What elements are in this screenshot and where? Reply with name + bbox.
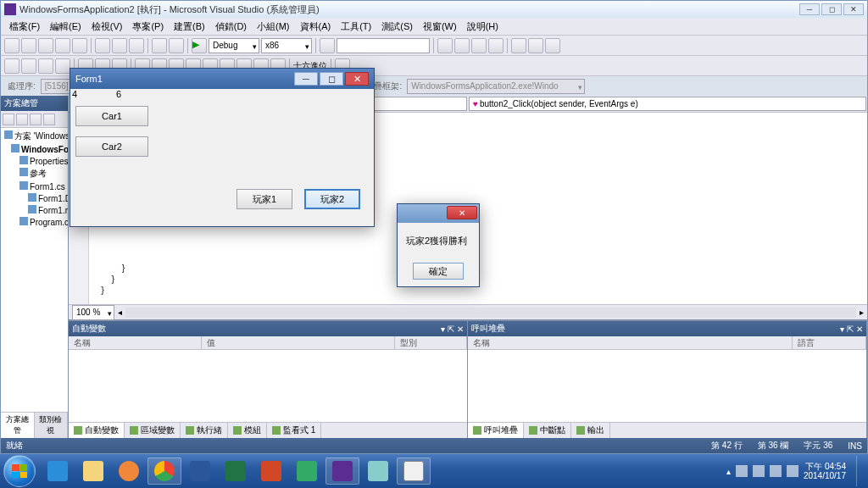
minimize-button[interactable]: ─: [799, 3, 820, 15]
messagebox-ok-button[interactable]: 確定: [413, 263, 464, 280]
tb-btn-b[interactable]: [454, 38, 470, 53]
find-button[interactable]: [320, 38, 335, 53]
menu-build[interactable]: 建置(B): [169, 19, 210, 35]
menu-team[interactable]: 小組(M): [252, 19, 295, 35]
tray-volume-icon[interactable]: [787, 465, 798, 477]
config-combo[interactable]: Debug: [209, 38, 259, 53]
tray-icon-1[interactable]: [736, 465, 748, 477]
menu-file[interactable]: 檔案(F): [4, 19, 45, 35]
task-paint[interactable]: [361, 458, 395, 485]
form1-maximize[interactable]: ◻: [320, 72, 343, 86]
solexp-tb4[interactable]: [43, 114, 55, 125]
form1-close[interactable]: ✕: [345, 72, 369, 86]
menu-project[interactable]: 專案(P): [127, 19, 169, 35]
solexp-tb1[interactable]: [3, 114, 14, 125]
task-word[interactable]: [183, 458, 217, 485]
close-button[interactable]: ✕: [843, 3, 864, 15]
autos-pin-icon[interactable]: ▾ ⇱ ✕: [441, 324, 464, 334]
cut-button[interactable]: [95, 38, 110, 53]
stop-button[interactable]: [38, 58, 53, 74]
save-button[interactable]: [55, 38, 70, 53]
member-combo[interactable]: ♥button2_Click(object sender, EventArgs …: [469, 97, 866, 111]
task-app1[interactable]: [290, 458, 324, 485]
stackframe-combo[interactable]: WindowsFormsApplication2.exe!Windo: [407, 79, 585, 94]
hscroll-left[interactable]: ◂: [118, 308, 122, 317]
quick-find[interactable]: [337, 38, 430, 53]
form1-titlebar[interactable]: Form1 ─ ◻ ✕: [70, 69, 374, 89]
tray-network-icon[interactable]: [770, 465, 782, 477]
menu-edit[interactable]: 編輯(E): [45, 19, 86, 35]
menu-window[interactable]: 視窗(W): [418, 19, 462, 35]
callstack-pin-icon[interactable]: ▾ ⇱ ✕: [840, 324, 863, 334]
task-visualstudio[interactable]: [326, 458, 359, 485]
menu-data[interactable]: 資料(A): [295, 19, 337, 35]
task-form1[interactable]: [397, 458, 431, 485]
tab-breakpoints[interactable]: 中斷點: [524, 423, 571, 438]
player1-button[interactable]: 玩家1: [236, 189, 292, 209]
tb-btn-e[interactable]: [511, 38, 526, 53]
messagebox-close[interactable]: ✕: [447, 206, 477, 219]
tab-watch1[interactable]: 監看式 1: [267, 423, 321, 438]
callstack-body[interactable]: [468, 350, 866, 422]
callstack-col-name[interactable]: 名稱: [468, 336, 793, 349]
solexp-tb3[interactable]: [30, 114, 42, 125]
task-chrome[interactable]: [147, 458, 181, 485]
solution-tree[interactable]: 方案 'WindowsF WindowsForm Properties 參考 F…: [1, 128, 68, 412]
tb-btn-a[interactable]: [437, 38, 453, 53]
menu-tools[interactable]: 工具(T): [336, 19, 376, 35]
menu-help[interactable]: 說明(H): [462, 19, 504, 35]
task-ie[interactable]: [41, 458, 75, 485]
autos-col-value[interactable]: 值: [202, 336, 396, 349]
zoom-combo[interactable]: 100 %: [72, 305, 114, 320]
tray-arrow-icon[interactable]: ▴: [726, 467, 731, 476]
form1-minimize[interactable]: ─: [294, 72, 318, 86]
save-all-button[interactable]: [72, 38, 87, 53]
tab-locals[interactable]: 區域變數: [125, 423, 181, 438]
redo-button[interactable]: [169, 38, 184, 53]
task-mediaplayer[interactable]: [112, 458, 146, 485]
new-project-button[interactable]: [4, 38, 19, 53]
start-button[interactable]: ▶: [192, 38, 207, 53]
continue-button[interactable]: [4, 58, 19, 74]
hscrollbar[interactable]: [125, 308, 856, 318]
menu-debug[interactable]: 偵錯(D): [210, 19, 252, 35]
tray-icon-2[interactable]: [753, 465, 765, 477]
tab-output[interactable]: 輸出: [571, 423, 610, 438]
autos-col-name[interactable]: 名稱: [69, 336, 202, 349]
add-item-button[interactable]: [21, 38, 36, 53]
tb-btn-g[interactable]: [545, 38, 560, 53]
platform-combo[interactable]: x86: [261, 38, 312, 53]
car1-button[interactable]: Car1: [75, 106, 148, 126]
task-excel[interactable]: [219, 458, 253, 485]
maximize-button[interactable]: ◻: [821, 3, 842, 15]
taskbar-clock[interactable]: 下午 04:54 2014/10/17: [804, 462, 851, 480]
menu-test[interactable]: 測試(S): [376, 19, 418, 35]
undo-button[interactable]: [152, 38, 167, 53]
menu-view[interactable]: 檢視(V): [86, 19, 128, 35]
messagebox-titlebar[interactable]: ✕: [398, 204, 479, 223]
autos-body[interactable]: [69, 350, 467, 422]
autos-col-type[interactable]: 型別: [395, 336, 467, 349]
tab-class-view[interactable]: 類別檢視: [35, 413, 69, 438]
show-desktop-button[interactable]: [856, 456, 865, 486]
tab-threads[interactable]: 執行緒: [181, 423, 228, 438]
form1-window[interactable]: Form1 ─ ◻ ✕ 4 6 Car1 Car2 玩家1 玩家2: [70, 68, 375, 227]
tb-btn-f[interactable]: [528, 38, 543, 53]
tab-solution-explorer[interactable]: 方案總管: [1, 413, 35, 438]
tb-btn-d[interactable]: [488, 38, 504, 53]
tb-btn-c[interactable]: [471, 38, 487, 53]
solexp-tb2[interactable]: [16, 114, 28, 125]
callstack-col-lang[interactable]: 語言: [793, 336, 866, 349]
break-button[interactable]: [21, 58, 36, 74]
task-explorer[interactable]: [76, 458, 110, 485]
hscroll-right[interactable]: ▸: [860, 308, 864, 317]
open-button[interactable]: [38, 38, 53, 53]
tab-autos[interactable]: 自動變數: [69, 423, 125, 438]
copy-button[interactable]: [112, 38, 127, 53]
car2-button[interactable]: Car2: [75, 136, 148, 157]
messagebox[interactable]: ✕ 玩家2獲得勝利 確定: [397, 203, 480, 287]
task-powerpoint[interactable]: [254, 458, 288, 485]
start-button[interactable]: [3, 455, 36, 487]
tab-modules[interactable]: 模組: [228, 423, 267, 438]
paste-button[interactable]: [129, 38, 144, 53]
